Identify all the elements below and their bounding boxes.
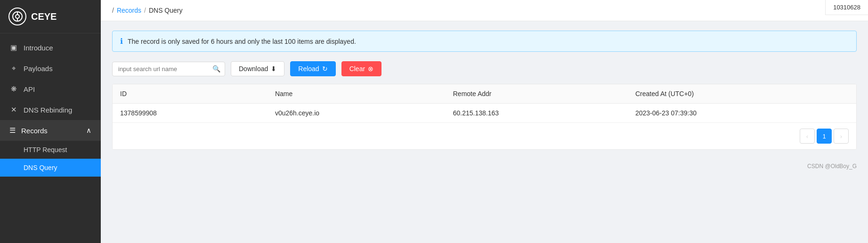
table-header: ID Name Remote Addr Created At (UTC+0) <box>113 84 856 104</box>
sidebar-item-api[interactable]: ❋ API <box>0 79 101 99</box>
table-row: 1378599908 v0u26h.ceye.io 60.215.138.163… <box>113 104 856 123</box>
table-body: 1378599908 v0u26h.ceye.io 60.215.138.163… <box>113 104 856 123</box>
sidebar-item-payloads[interactable]: ⌖ Payloads <box>0 58 101 79</box>
dns-rebinding-icon: ✕ <box>9 105 18 114</box>
search-input-wrap: 🔍 <box>112 62 225 76</box>
clear-label: Clear <box>349 65 365 73</box>
search-icon: 🔍 <box>212 65 220 73</box>
next-icon: › <box>840 133 842 140</box>
logo-icon <box>8 8 26 25</box>
pagination-page-1-button[interactable]: 1 <box>817 129 832 144</box>
footer-text: CSDN @OldBoy_G <box>807 163 857 170</box>
sidebar-item-introduce[interactable]: ▣ Introduce <box>0 37 101 58</box>
cell-name: v0u26h.ceye.io <box>268 104 446 123</box>
top-right-value: 10310628 <box>825 0 868 15</box>
download-label: Download <box>239 65 268 73</box>
clear-icon: ⊗ <box>368 65 373 73</box>
records-left: ☰ Records <box>9 126 48 135</box>
cell-created-at: 2023-06-23 07:39:30 <box>628 104 856 123</box>
col-header-name: Name <box>268 84 446 104</box>
breadcrumb-root: / <box>112 7 114 14</box>
pagination: ‹ 1 › <box>113 122 856 149</box>
sidebar-item-introduce-label: Introduce <box>24 44 53 52</box>
records-icon: ☰ <box>9 126 16 135</box>
pagination-next-button[interactable]: › <box>834 129 849 144</box>
sidebar-item-payloads-label: Payloads <box>24 65 53 73</box>
col-header-id: ID <box>113 84 268 104</box>
records-table: ID Name Remote Addr Created At (UTC+0) 1… <box>113 84 856 122</box>
app-logo: CEYE <box>0 0 101 33</box>
reload-icon: ↻ <box>322 65 328 73</box>
info-icon: ℹ <box>120 37 123 46</box>
cell-remote-addr: 60.215.138.163 <box>446 104 628 123</box>
search-input[interactable] <box>112 62 225 76</box>
data-table-wrap: ID Name Remote Addr Created At (UTC+0) 1… <box>112 84 857 150</box>
main-content: 10310628 / Records / DNS Query ℹ The rec… <box>101 0 868 243</box>
col-header-remote-addr: Remote Addr <box>446 84 628 104</box>
breadcrumb-current: DNS Query <box>149 7 183 14</box>
download-icon: ⬇ <box>271 65 276 73</box>
sidebar-subitem-http-request-label: HTTP Request <box>24 146 67 154</box>
cell-id: 1378599908 <box>113 104 268 123</box>
info-banner: ℹ The record is only saved for 6 hours a… <box>112 31 857 52</box>
app-name: CEYE <box>31 11 57 22</box>
sidebar-subitem-dns-query[interactable]: DNS Query <box>0 159 101 177</box>
reload-button[interactable]: Reload ↻ <box>290 61 335 76</box>
footer: CSDN @OldBoy_G <box>101 159 868 173</box>
table-header-row: ID Name Remote Addr Created At (UTC+0) <box>113 84 856 104</box>
toolbar: 🔍 Download ⬇ Reload ↻ Clear ⊗ <box>112 61 857 76</box>
chevron-icon: ∧ <box>86 126 91 135</box>
info-banner-text: The record is only saved for 6 hours and… <box>128 38 356 45</box>
download-button[interactable]: Download ⬇ <box>231 61 284 76</box>
sidebar-item-dns-rebinding-label: DNS Rebinding <box>24 106 72 114</box>
breadcrumb: / Records / DNS Query <box>101 0 868 21</box>
sidebar-item-api-label: API <box>24 85 35 93</box>
sidebar-subitem-dns-query-label: DNS Query <box>24 164 57 171</box>
breadcrumb-separator: / <box>144 7 146 14</box>
sidebar: CEYE ▣ Introduce ⌖ Payloads ❋ API ✕ DNS … <box>0 0 101 243</box>
sidebar-item-records[interactable]: ☰ Records ∧ <box>0 120 101 141</box>
pagination-prev-button[interactable]: ‹ <box>800 129 815 144</box>
breadcrumb-records-link[interactable]: Records <box>117 7 141 14</box>
api-icon: ❋ <box>9 85 18 93</box>
reload-label: Reload <box>298 65 319 73</box>
clear-button[interactable]: Clear ⊗ <box>341 61 381 76</box>
page-1-label: 1 <box>822 133 826 140</box>
col-header-created-at: Created At (UTC+0) <box>628 84 856 104</box>
sidebar-subitem-http-request[interactable]: HTTP Request <box>0 141 101 159</box>
payloads-icon: ⌖ <box>9 64 18 73</box>
sidebar-navigation: ▣ Introduce ⌖ Payloads ❋ API ✕ DNS Rebin… <box>0 33 101 243</box>
introduce-icon: ▣ <box>9 43 18 52</box>
svg-point-1 <box>16 15 19 18</box>
page-content: ℹ The record is only saved for 6 hours a… <box>101 21 868 159</box>
sidebar-item-records-label: Records <box>21 127 48 135</box>
sidebar-item-dns-rebinding[interactable]: ✕ DNS Rebinding <box>0 99 101 120</box>
prev-icon: ‹ <box>806 133 808 140</box>
